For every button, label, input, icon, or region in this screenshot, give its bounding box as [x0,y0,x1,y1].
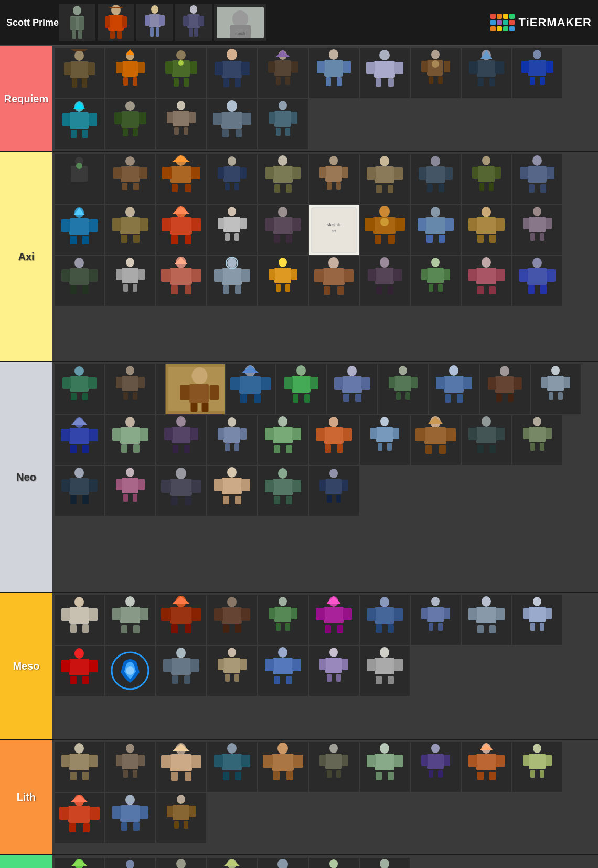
svg-rect-20 [150,27,154,37]
svg-rect-698 [286,771,293,780]
svg-rect-653 [342,659,348,670]
svg-rect-182 [286,184,292,193]
svg-rect-632 [190,659,199,672]
list-item [55,793,104,843]
list-item [360,48,410,98]
svg-rect-45 [116,62,123,73]
svg-rect-214 [520,167,528,179]
svg-rect-24 [187,14,200,28]
svg-rect-207 [472,167,478,179]
header-char-3 [136,4,173,41]
svg-rect-173 [240,167,247,179]
list-item [309,415,359,465]
svg-rect-753 [167,806,173,817]
svg-rect-748 [121,822,127,831]
svg-rect-608 [496,608,505,620]
svg-rect-55 [174,78,179,87]
svg-point-512 [126,468,134,477]
svg-rect-172 [218,167,224,179]
list-item [156,742,206,792]
list-item [105,858,155,868]
svg-rect-44 [122,61,138,77]
svg-rect-101 [489,78,495,86]
svg-point-155 [125,156,135,166]
svg-rect-416 [445,394,451,403]
svg-rect-606 [476,607,496,623]
svg-rect-327 [323,268,345,285]
svg-rect-689 [241,755,250,767]
svg-rect-98 [469,61,478,74]
svg-rect-246 [225,233,230,241]
svg-rect-507 [61,479,70,492]
svg-rect-694 [272,754,294,771]
svg-rect-484 [424,427,446,444]
svg-rect-520 [170,479,192,496]
svg-rect-82 [374,61,395,78]
svg-rect-495 [477,445,484,453]
svg-rect-422 [514,377,522,390]
svg-rect-300 [123,284,128,292]
svg-rect-137 [222,129,229,137]
svg-rect-749 [133,822,140,831]
svg-point-686 [227,743,237,754]
svg-rect-480 [378,443,382,451]
svg-rect-3 [70,17,76,30]
list-item [258,858,308,868]
svg-point-598 [431,597,440,606]
svg-rect-438 [70,445,77,453]
svg-rect-60 [222,61,242,78]
svg-point-448 [176,416,186,427]
svg-point-368 [126,366,134,375]
svg-point-81 [379,50,390,60]
list-item [258,48,308,98]
svg-rect-428 [541,377,548,388]
svg-rect-697 [273,771,280,780]
svg-rect-509 [70,495,77,504]
svg-rect-458 [240,428,247,440]
svg-rect-414 [436,377,445,389]
svg-rect-549 [61,608,70,621]
svg-rect-195 [376,185,382,193]
list-item [156,858,206,868]
svg-rect-609 [477,625,484,633]
svg-rect-171 [223,166,240,182]
svg-rect-128 [167,112,173,123]
svg-point-547 [74,597,84,607]
svg-rect-304 [170,268,192,285]
svg-rect-599 [427,607,444,622]
svg-rect-537 [274,496,280,504]
svg-rect-238 [191,218,201,231]
list-item [207,742,257,792]
list-item [207,256,257,306]
svg-rect-443 [112,428,121,441]
svg-rect-192 [375,166,394,183]
svg-rect-515 [138,479,145,490]
svg-rect-406 [394,376,411,391]
list-item [156,646,206,696]
svg-rect-551 [70,624,77,633]
header-images: mech [59,4,490,41]
svg-rect-514 [116,479,122,490]
list-item [55,48,104,98]
svg-rect-521 [161,480,171,493]
svg-rect-640 [225,674,230,682]
svg-rect-732 [546,755,552,766]
svg-rect-174 [225,183,230,190]
svg-rect-194 [394,167,403,180]
tiermaker-logo: TiERMAKER [490,14,592,31]
svg-point-554 [125,596,135,607]
list-item [105,205,155,255]
list-item [411,415,461,465]
svg-rect-83 [366,62,375,74]
svg-rect-578 [269,608,275,619]
svg-rect-457 [218,428,224,440]
list-item [309,154,359,204]
svg-rect-105 [528,60,546,76]
svg-rect-217 [540,184,546,193]
svg-point-212 [532,155,542,166]
svg-rect-62 [241,62,250,75]
svg-rect-536 [292,480,301,492]
svg-rect-601 [444,608,450,619]
svg-rect-69 [291,61,298,73]
svg-rect-717 [444,755,450,766]
